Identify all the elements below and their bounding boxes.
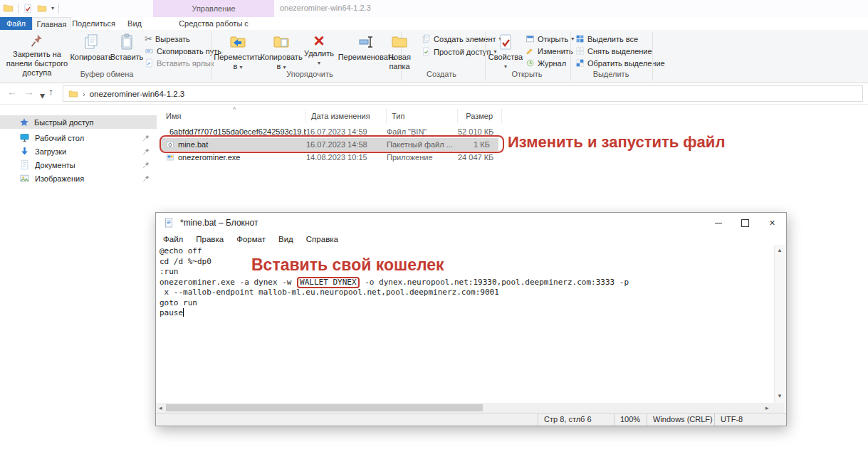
copy-to-label: Копировать в ▾ (260, 53, 302, 72)
cut-button[interactable]: ✂ Вырезать (145, 33, 190, 44)
back-icon[interactable]: ← (7, 86, 17, 98)
file-name: onezerominer.exe (178, 153, 240, 162)
context-tab-manage[interactable]: Управление (153, 0, 274, 17)
minimize-button[interactable] (705, 213, 731, 233)
tab-app-tools[interactable]: Средства работы с приложениями (153, 17, 274, 31)
copy-icon (83, 33, 100, 51)
invert-selection-button[interactable]: Обратить выделение (575, 58, 665, 68)
window-title: onezerominer-win64-1.2.3 (280, 4, 371, 12)
edit-icon (525, 46, 535, 56)
scrollbar-corner (774, 403, 785, 413)
pinned-icon (142, 134, 150, 142)
dropdown-icon: ▾ (318, 58, 320, 68)
column-header-date[interactable]: Дата изменения (306, 109, 387, 123)
minimize-icon (715, 223, 722, 223)
tab-share[interactable]: Поделиться (71, 17, 116, 31)
up-icon[interactable]: ↑ (48, 86, 53, 98)
select-all-label: Выделить все (587, 35, 638, 43)
horizontal-scrollbar[interactable]: ◂ ▸ (156, 403, 774, 413)
breadcrumb-chevron-icon: › (83, 90, 85, 98)
menu-help[interactable]: Справка (300, 235, 345, 243)
move-to-label: Переместить в ▾ (214, 53, 261, 72)
menu-file[interactable]: Файл (157, 235, 189, 243)
scrollbar-thumb[interactable] (166, 404, 483, 411)
delete-x-icon: × (313, 32, 324, 49)
vertical-scrollbar[interactable]: ▴ ▾ (774, 245, 785, 403)
properties-quick-icon[interactable] (23, 4, 33, 14)
pinned-icon (142, 174, 150, 182)
tab-home[interactable]: Главная (32, 17, 71, 31)
pictures-icon (19, 173, 30, 184)
column-header-name[interactable]: Имя (161, 109, 306, 123)
notepad-menubar: Файл Правка Формат Вид Справка (156, 233, 786, 245)
copy-path-button[interactable]: Скопировать путь (145, 46, 221, 56)
paste-icon (118, 33, 135, 51)
edit-button[interactable]: Изменить (525, 46, 573, 56)
sidebar-item-desktop[interactable]: Рабочий стол (0, 131, 157, 144)
scroll-up-icon[interactable]: ▴ (775, 245, 785, 253)
cut-label: Вырезать (155, 35, 190, 43)
sidebar-item-quick-access[interactable]: Быстрый доступ (0, 115, 157, 129)
history-button[interactable]: Журнал (525, 58, 566, 68)
column-header-size[interactable]: Размер (458, 109, 502, 123)
select-none-button[interactable]: Снять выделение (575, 46, 652, 56)
new-item-icon (422, 34, 431, 43)
forward-icon[interactable]: → (24, 86, 34, 98)
notepad-text-area[interactable]: @echo off cd /d %~dp0 :run onezerominer.… (156, 245, 774, 403)
maximize-button[interactable] (732, 213, 758, 233)
group-divider (211, 32, 212, 80)
exe-file-icon (166, 153, 174, 162)
sidebar-item-documents[interactable]: Документы (0, 158, 157, 172)
scroll-left-icon[interactable]: ◂ (159, 405, 162, 411)
breadcrumb-path[interactable]: onezerominer-win64-1.2.3 (90, 90, 185, 98)
properties-icon (497, 33, 514, 51)
rename-icon (358, 33, 375, 51)
menu-view[interactable]: Вид (272, 235, 300, 243)
notepad-titlebar[interactable]: *mine.bat – Блокнот (156, 213, 786, 233)
status-line-ending: Windows (CRLF) (647, 414, 714, 426)
annotation-box-minebat (160, 135, 504, 153)
command-after-wallet: -o dynex.neuropool.net:19330,pool.deepmi… (360, 278, 629, 287)
notepad-window: *mine.bat – Блокнот × Файл Правка Формат… (155, 212, 787, 426)
tab-file[interactable]: Файл (0, 17, 32, 31)
sidebar-item-downloads[interactable]: Загрузки (0, 144, 157, 158)
scroll-down-icon[interactable]: ▾ (775, 393, 785, 399)
explorer-icon (3, 3, 14, 14)
notepad-app-icon (163, 217, 174, 228)
column-header-type[interactable]: Тип (387, 109, 458, 123)
group-label-organize: Упорядочить (249, 70, 370, 78)
desktop-icon (19, 132, 30, 143)
edit-label: Изменить (538, 47, 573, 56)
text-caret (183, 308, 184, 317)
delete-label: Удалить (304, 49, 334, 58)
maximize-icon (741, 219, 749, 227)
menu-format[interactable]: Формат (230, 235, 272, 243)
file-list-header: Имя Дата изменения Тип Размер (161, 109, 502, 123)
wallet-placeholder-annotated: WALLET DYNEX (297, 277, 359, 288)
quick-access-toolbar: ▾ (3, 3, 59, 14)
pin-icon (30, 33, 44, 48)
bat-line-command: onezerominer.exe -a dynex -w WALLET DYNE… (160, 278, 774, 288)
open-button[interactable]: Открыть ▾ (525, 33, 574, 44)
paste-shortcut-label: Вставить ярлык (157, 59, 214, 68)
paste-shortcut-button[interactable]: Вставить ярлык (145, 58, 214, 68)
quick-access-star-icon (19, 117, 29, 127)
group-divider (652, 32, 653, 80)
menu-edit[interactable]: Правка (189, 235, 230, 243)
tab-view[interactable]: Вид (116, 17, 153, 31)
close-button[interactable]: × (759, 213, 785, 233)
customize-toolbar-dropdown-icon[interactable]: ▾ (51, 5, 54, 11)
copy-to-icon (273, 33, 290, 51)
status-encoding: UTF-8 (714, 414, 785, 426)
select-all-button[interactable]: Выделить все (575, 33, 638, 44)
toolbar-divider (58, 4, 59, 14)
bat-line: x --mallob-endpoint mallob-ml.eu.neuropo… (160, 288, 774, 298)
paste-label: Вставить (110, 53, 144, 62)
command-before-wallet: onezerominer.exe -a dynex -w (160, 278, 296, 287)
new-folder-quick-icon[interactable] (37, 4, 47, 14)
recent-locations-dropdown-icon[interactable]: ▾ (40, 90, 45, 101)
scroll-right-icon[interactable]: ▸ (765, 405, 769, 411)
address-bar[interactable]: › onezerominer-win64-1.2.3 (63, 85, 863, 102)
sidebar-item-pictures[interactable]: Изображения (0, 172, 157, 185)
easy-access-label: Простой доступ (434, 48, 491, 56)
